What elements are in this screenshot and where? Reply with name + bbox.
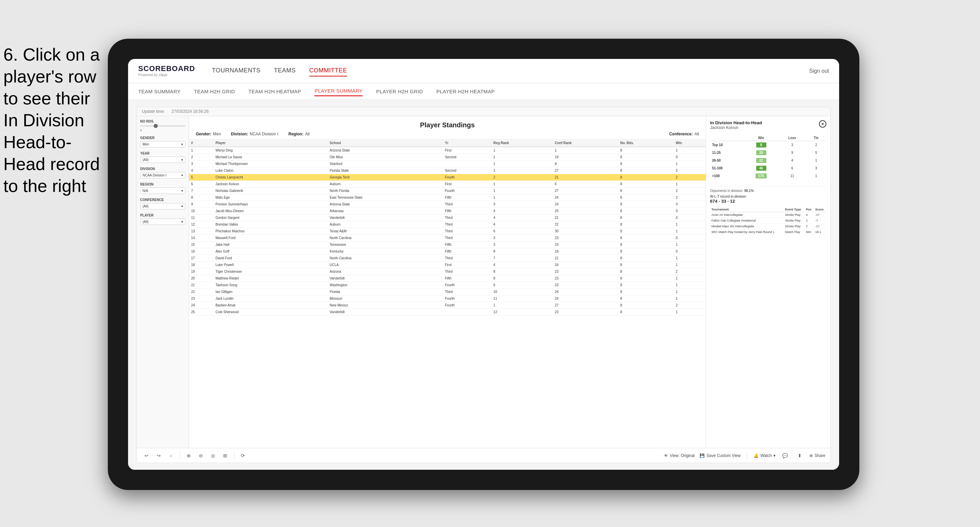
cell-num: 23: [189, 295, 213, 302]
table-row[interactable]: 4 Luke Claton Florida State Second 1 27 …: [189, 167, 706, 174]
cell-school: Ole Miss: [328, 154, 443, 160]
nav-teams[interactable]: TEAMS: [274, 65, 296, 76]
cell-pos: 2: [805, 224, 814, 229]
table-row[interactable]: 22 Ian Gilligan Florida Third 10 24 8 1: [189, 289, 706, 295]
cell-rds: 8: [618, 309, 674, 316]
powerbi-frame: Update time: 27/03/2024 16:56:26 No Rds.: [137, 107, 831, 463]
cell-yr: Third: [443, 268, 492, 275]
zoom-out-button[interactable]: ⊖: [196, 451, 205, 460]
h2h-divider: [710, 186, 826, 186]
filter-region-value[interactable]: N/A ▾: [140, 187, 185, 194]
sub-nav-team-summary[interactable]: TEAM SUMMARY: [138, 87, 181, 96]
cell-player: Jack Lundin: [213, 295, 328, 302]
back-button[interactable]: ‹: [166, 451, 176, 460]
table-row[interactable]: 18 Luke Powell UCLA First 4 24 8 1: [189, 262, 706, 268]
table-row[interactable]: 8 Mats Ege East Tennessee State Fifth 1 …: [189, 194, 706, 201]
cell-conf: 1: [553, 147, 618, 154]
nav-committee[interactable]: COMMITTEE: [309, 65, 347, 76]
chevron-icon: ▾: [181, 220, 183, 224]
cell-rds: 8: [618, 268, 674, 275]
table-row[interactable]: 2 Michael La Sasse Ole Miss Second 1 19 …: [189, 154, 706, 160]
cell-reg: 1: [492, 147, 553, 154]
cell-num: 8: [189, 194, 213, 201]
sign-out-link[interactable]: Sign out: [809, 68, 829, 74]
redo-button[interactable]: ↪: [154, 451, 164, 460]
table-row[interactable]: 16 Alex Goff Kentucky Fifth 8 19 8 0: [189, 248, 706, 255]
comment-button[interactable]: 💬: [781, 451, 790, 460]
h2h-wlt-label: W-L-T record in-division:: [710, 195, 747, 198]
cell-num: 17: [189, 255, 213, 262]
table-row[interactable]: 14 Maxwell Ford North Carolina Third 3 2…: [189, 235, 706, 241]
filter-gender-value[interactable]: Men ▾: [140, 141, 185, 148]
table-row[interactable]: 9 Preston Summerhays Arizona State Third…: [189, 201, 706, 208]
refresh-button[interactable]: ⟳: [238, 451, 248, 460]
cell-num: 24: [189, 302, 213, 309]
sub-nav-player-summary[interactable]: PLAYER SUMMARY: [314, 86, 363, 96]
cell-school: Vanderbilt: [328, 309, 443, 316]
undo-button[interactable]: ↩: [142, 451, 151, 460]
chevron-icon: ▾: [181, 143, 183, 146]
sub-nav-team-h2h-heatmap[interactable]: TEAM H2H HEATMAP: [248, 87, 301, 96]
cell-tournament: Amer Ari Intercollegiate: [710, 212, 784, 218]
sub-nav-team-h2h-grid[interactable]: TEAM H2H GRID: [194, 87, 235, 96]
table-row[interactable]: 10 Jacob Mou-Dineen Arkansas Fifth 4 25 …: [189, 208, 706, 214]
table-row[interactable]: 3 Michael Thorbjornsen Stanford 1 8 8 1: [189, 160, 706, 167]
table-row[interactable]: 7 Nicholas Gabrierik North Florida Fourt…: [189, 187, 706, 194]
table-row[interactable]: 19 Tiger Christensen Arizona Third 8 23 …: [189, 268, 706, 275]
table-row[interactable]: 21 Taehoon Song Washington Fourth 6 23 8…: [189, 282, 706, 289]
cell-rds: 8: [618, 228, 674, 235]
share-button[interactable]: ⊕ Share: [810, 453, 825, 458]
cell-school: Stanford: [328, 160, 443, 167]
cell-win: 1: [674, 241, 706, 248]
cell-conf: 24: [553, 201, 618, 208]
reset-button[interactable]: ◎: [208, 451, 218, 460]
filter-year-value[interactable]: (All) ▾: [140, 157, 185, 163]
filter-division-value[interactable]: NCAA Division I ▾: [140, 172, 185, 178]
table-row[interactable]: 1 Wenyi Ding Arizona State First 1 1 8 1: [189, 147, 706, 154]
cell-win: 2: [674, 302, 706, 309]
fit-button[interactable]: ⊞: [220, 451, 230, 460]
table-row[interactable]: 20 Matthew Riedel Vanderbilt Fifth 8 23 …: [189, 275, 706, 282]
toolbar-divider-1: [180, 452, 180, 459]
sub-nav-player-h2h-heatmap[interactable]: PLAYER H2H HEATMAP: [436, 87, 495, 96]
filter-conference: Conference (All) ▾: [140, 198, 185, 210]
table-row[interactable]: 25 Cole Sherwood Vanderbilt 12 23 8 1: [189, 309, 706, 316]
table-row[interactable]: 12 Brendan Valles Auburn Third 4 22 8 1: [189, 221, 706, 228]
filter-slider-thumb[interactable]: [154, 124, 158, 128]
cell-reg: 1: [492, 302, 553, 309]
table-row[interactable]: 6 Jackson Koivun Auburn First 1 6 8 1: [189, 181, 706, 187]
filter-player-value[interactable]: (All) ▾: [140, 219, 185, 225]
cell-yr: Third: [443, 221, 492, 228]
table-row[interactable]: 23 Jack Lundin Missouri Fourth 11 24 8 1: [189, 295, 706, 302]
cell-player: Mats Ege: [213, 194, 328, 201]
sub-nav-player-h2h-grid[interactable]: PLAYER H2H GRID: [376, 87, 423, 96]
watch-button[interactable]: 🔔 Watch ▾: [754, 453, 775, 458]
view-original-button[interactable]: 👁 View: Original: [664, 453, 695, 458]
table-row[interactable]: 17 David Ford North Carolina Third 7 21 …: [189, 255, 706, 262]
cell-player: Jackson Koivun: [213, 181, 328, 187]
cell-school: Washington: [328, 282, 443, 289]
filter-slider[interactable]: [140, 125, 185, 127]
save-custom-button[interactable]: 💾 Save Custom View: [700, 453, 740, 458]
cell-conf: 24: [553, 194, 618, 201]
cell-reg: 8: [492, 275, 553, 282]
cell-player: Jake Hall: [213, 241, 328, 248]
table-row[interactable]: 11 Gordon Sargent Vanderbilt Third 4 21 …: [189, 214, 706, 221]
cell-school: New Mexico: [328, 302, 443, 309]
cell-event-type: Stroke Play: [784, 212, 805, 218]
cell-school: Florida: [328, 289, 443, 295]
table-row[interactable]: 5 Christo Lamprecht Georgia Tech Fourth …: [189, 174, 706, 181]
export-button[interactable]: ⬆: [795, 451, 804, 460]
cell-rds: 8: [618, 201, 674, 208]
table-row[interactable]: 13 Phichaksn Maichon Texas A&M Third 6 3…: [189, 228, 706, 235]
table-row[interactable]: 24 Bastien Amat New Mexico Fourth 1 27 8…: [189, 302, 706, 309]
cell-rds: 8: [618, 174, 674, 181]
h2h-close-button[interactable]: ×: [819, 120, 826, 128]
zoom-in-button[interactable]: ⊕: [184, 451, 193, 460]
cell-yr: Fifth: [443, 208, 492, 214]
cell-yr: Third: [443, 255, 492, 262]
nav-tournaments[interactable]: TOURNAMENTS: [212, 65, 261, 76]
filter-conference-value[interactable]: (All) ▾: [140, 203, 185, 210]
table-row[interactable]: 15 Jake Hall Tennessee Fifth 3 23 8 1: [189, 241, 706, 248]
cell-yr: Third: [443, 228, 492, 235]
